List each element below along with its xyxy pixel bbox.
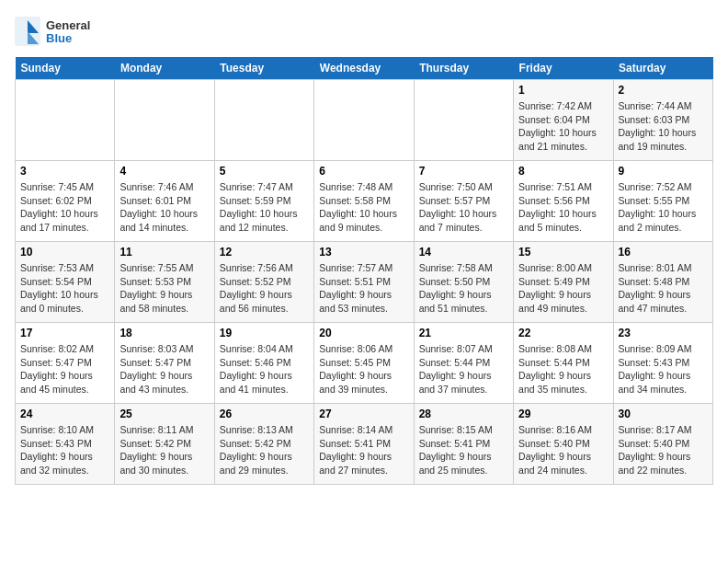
- day-cell: 6Sunrise: 7:48 AM Sunset: 5:58 PM Daylig…: [314, 161, 414, 242]
- day-number: 21: [419, 327, 508, 339]
- day-cell: 4Sunrise: 7:46 AM Sunset: 6:01 PM Daylig…: [115, 161, 214, 242]
- day-number: 17: [20, 327, 109, 339]
- week-row-5: 24Sunrise: 8:10 AM Sunset: 5:43 PM Dayli…: [16, 404, 713, 485]
- day-detail: Sunrise: 8:07 AM Sunset: 5:44 PM Dayligh…: [419, 342, 508, 396]
- day-detail: Sunrise: 7:44 AM Sunset: 6:03 PM Dayligh…: [619, 99, 708, 154]
- day-number: 19: [220, 327, 309, 339]
- svg-text:General: General: [46, 18, 90, 32]
- day-cell: 27Sunrise: 8:14 AM Sunset: 5:41 PM Dayli…: [314, 404, 414, 485]
- day-cell: [214, 80, 313, 161]
- day-number: 25: [119, 408, 209, 420]
- weekday-header-monday: Monday: [115, 57, 214, 80]
- day-cell: 25Sunrise: 8:11 AM Sunset: 5:42 PM Dayli…: [115, 404, 214, 485]
- day-cell: 24Sunrise: 8:10 AM Sunset: 5:43 PM Dayli…: [16, 404, 115, 485]
- day-cell: 26Sunrise: 8:13 AM Sunset: 5:42 PM Dayli…: [214, 404, 313, 485]
- day-number: 29: [518, 408, 608, 420]
- day-cell: 10Sunrise: 7:53 AM Sunset: 5:54 PM Dayli…: [16, 242, 115, 323]
- day-number: 14: [419, 246, 508, 259]
- weekday-header-row: SundayMondayTuesdayWednesdayThursdayFrid…: [16, 57, 713, 80]
- day-detail: Sunrise: 7:48 AM Sunset: 5:58 PM Dayligh…: [319, 180, 408, 235]
- day-cell: 21Sunrise: 8:07 AM Sunset: 5:44 PM Dayli…: [414, 323, 513, 404]
- day-number: 26: [220, 408, 309, 420]
- day-detail: Sunrise: 7:46 AM Sunset: 6:01 PM Dayligh…: [119, 180, 209, 235]
- weekday-header-saturday: Saturday: [613, 57, 712, 80]
- day-detail: Sunrise: 8:00 AM Sunset: 5:49 PM Dayligh…: [518, 261, 608, 316]
- day-number: 3: [20, 165, 109, 178]
- day-detail: Sunrise: 7:45 AM Sunset: 6:02 PM Dayligh…: [20, 180, 109, 235]
- day-cell: 16Sunrise: 8:01 AM Sunset: 5:48 PM Dayli…: [613, 242, 712, 323]
- day-number: 2: [619, 84, 708, 97]
- week-row-2: 3Sunrise: 7:45 AM Sunset: 6:02 PM Daylig…: [16, 161, 713, 242]
- day-detail: Sunrise: 8:06 AM Sunset: 5:45 PM Dayligh…: [319, 342, 408, 396]
- day-cell: [115, 80, 214, 161]
- day-detail: Sunrise: 7:50 AM Sunset: 5:57 PM Dayligh…: [419, 180, 508, 235]
- day-number: 20: [319, 327, 408, 339]
- day-number: 18: [119, 327, 209, 339]
- day-detail: Sunrise: 8:10 AM Sunset: 5:43 PM Dayligh…: [20, 423, 109, 477]
- weekday-header-sunday: Sunday: [16, 57, 115, 80]
- day-number: 5: [220, 165, 309, 178]
- day-cell: 17Sunrise: 8:02 AM Sunset: 5:47 PM Dayli…: [16, 323, 115, 404]
- day-number: 24: [20, 408, 109, 420]
- day-detail: Sunrise: 8:17 AM Sunset: 5:40 PM Dayligh…: [619, 423, 708, 477]
- logo: General Blue: [15, 15, 125, 48]
- day-detail: Sunrise: 7:42 AM Sunset: 6:04 PM Dayligh…: [518, 99, 608, 154]
- day-cell: 5Sunrise: 7:47 AM Sunset: 5:59 PM Daylig…: [214, 161, 313, 242]
- day-cell: 23Sunrise: 8:09 AM Sunset: 5:43 PM Dayli…: [613, 323, 712, 404]
- day-detail: Sunrise: 8:08 AM Sunset: 5:44 PM Dayligh…: [518, 342, 608, 396]
- day-detail: Sunrise: 8:03 AM Sunset: 5:47 PM Dayligh…: [119, 342, 209, 396]
- day-cell: 8Sunrise: 7:51 AM Sunset: 5:56 PM Daylig…: [514, 161, 613, 242]
- day-detail: Sunrise: 7:58 AM Sunset: 5:50 PM Dayligh…: [419, 261, 508, 316]
- day-number: 12: [220, 246, 309, 259]
- day-cell: 19Sunrise: 8:04 AM Sunset: 5:46 PM Dayli…: [214, 323, 313, 404]
- day-cell: 29Sunrise: 8:16 AM Sunset: 5:40 PM Dayli…: [514, 404, 613, 485]
- day-cell: 1Sunrise: 7:42 AM Sunset: 6:04 PM Daylig…: [514, 80, 613, 161]
- day-number: 28: [419, 408, 508, 420]
- day-detail: Sunrise: 7:51 AM Sunset: 5:56 PM Dayligh…: [518, 180, 608, 235]
- svg-text:Blue: Blue: [46, 31, 72, 45]
- day-number: 11: [119, 246, 209, 259]
- day-detail: Sunrise: 8:04 AM Sunset: 5:46 PM Dayligh…: [220, 342, 309, 396]
- day-number: 10: [20, 246, 109, 259]
- day-cell: 22Sunrise: 8:08 AM Sunset: 5:44 PM Dayli…: [514, 323, 613, 404]
- day-cell: 2Sunrise: 7:44 AM Sunset: 6:03 PM Daylig…: [613, 80, 712, 161]
- day-detail: Sunrise: 8:01 AM Sunset: 5:48 PM Dayligh…: [619, 261, 708, 316]
- day-cell: 14Sunrise: 7:58 AM Sunset: 5:50 PM Dayli…: [414, 242, 513, 323]
- day-cell: 7Sunrise: 7:50 AM Sunset: 5:57 PM Daylig…: [414, 161, 513, 242]
- day-number: 6: [319, 165, 408, 178]
- day-detail: Sunrise: 7:52 AM Sunset: 5:55 PM Dayligh…: [619, 180, 708, 235]
- day-detail: Sunrise: 7:56 AM Sunset: 5:52 PM Dayligh…: [220, 261, 309, 316]
- day-detail: Sunrise: 7:57 AM Sunset: 5:51 PM Dayligh…: [319, 261, 408, 316]
- day-detail: Sunrise: 8:02 AM Sunset: 5:47 PM Dayligh…: [20, 342, 109, 396]
- day-detail: Sunrise: 7:53 AM Sunset: 5:54 PM Dayligh…: [20, 261, 109, 316]
- day-cell: 15Sunrise: 8:00 AM Sunset: 5:49 PM Dayli…: [514, 242, 613, 323]
- day-number: 30: [619, 408, 708, 420]
- calendar-body: 1Sunrise: 7:42 AM Sunset: 6:04 PM Daylig…: [16, 80, 713, 485]
- day-number: 23: [619, 327, 708, 339]
- day-number: 8: [518, 165, 608, 178]
- logo-svg: General Blue: [15, 15, 125, 48]
- day-number: 7: [419, 165, 508, 178]
- day-detail: Sunrise: 7:55 AM Sunset: 5:53 PM Dayligh…: [119, 261, 209, 316]
- day-number: 13: [319, 246, 408, 259]
- day-detail: Sunrise: 8:14 AM Sunset: 5:41 PM Dayligh…: [319, 423, 408, 477]
- day-cell: 28Sunrise: 8:15 AM Sunset: 5:41 PM Dayli…: [414, 404, 513, 485]
- day-number: 9: [619, 165, 708, 178]
- day-number: 1: [518, 84, 608, 97]
- day-cell: 18Sunrise: 8:03 AM Sunset: 5:47 PM Dayli…: [115, 323, 214, 404]
- day-detail: Sunrise: 8:11 AM Sunset: 5:42 PM Dayligh…: [119, 423, 209, 477]
- day-number: 16: [619, 246, 708, 259]
- day-number: 27: [319, 408, 408, 420]
- weekday-header-friday: Friday: [514, 57, 613, 80]
- day-detail: Sunrise: 8:09 AM Sunset: 5:43 PM Dayligh…: [619, 342, 708, 396]
- day-cell: [314, 80, 414, 161]
- weekday-header-tuesday: Tuesday: [214, 57, 313, 80]
- day-number: 15: [518, 246, 608, 259]
- day-detail: Sunrise: 7:47 AM Sunset: 5:59 PM Dayligh…: [220, 180, 309, 235]
- day-detail: Sunrise: 8:13 AM Sunset: 5:42 PM Dayligh…: [220, 423, 309, 477]
- day-cell: 13Sunrise: 7:57 AM Sunset: 5:51 PM Dayli…: [314, 242, 414, 323]
- day-cell: 3Sunrise: 7:45 AM Sunset: 6:02 PM Daylig…: [16, 161, 115, 242]
- day-cell: 9Sunrise: 7:52 AM Sunset: 5:55 PM Daylig…: [613, 161, 712, 242]
- calendar-table: SundayMondayTuesdayWednesdayThursdayFrid…: [15, 57, 713, 485]
- day-cell: 11Sunrise: 7:55 AM Sunset: 5:53 PM Dayli…: [115, 242, 214, 323]
